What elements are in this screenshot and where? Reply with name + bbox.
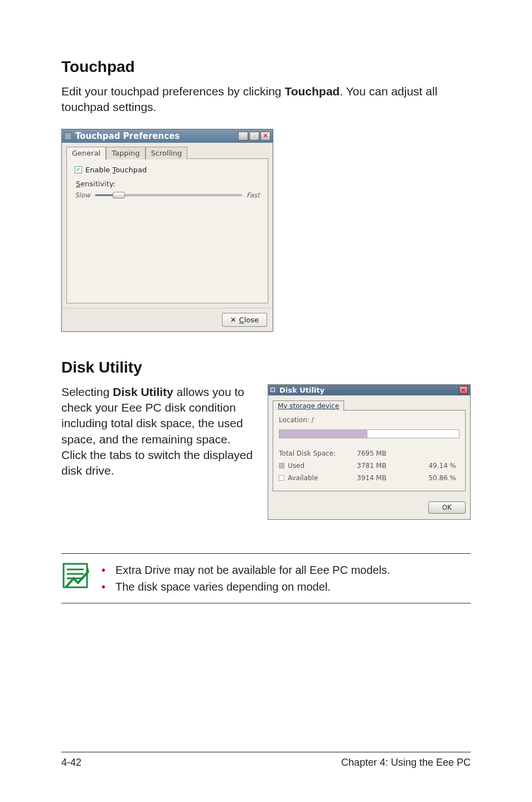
du-usage-used: [279, 430, 367, 438]
tab-my-storage-device[interactable]: My storage device: [273, 400, 344, 411]
note-box: •Extra Drive may not be available for al…: [61, 553, 471, 603]
du-usage-bar: [279, 429, 460, 438]
du-used-value: 3781 MB: [357, 462, 413, 470]
touchpad-preferences-window: Touchpad Preferences – ▢ ✕ General Tappi…: [61, 129, 273, 332]
close-ul: C: [239, 316, 244, 324]
minimize-button[interactable]: –: [238, 132, 248, 141]
maximize-button[interactable]: ▢: [249, 132, 259, 141]
note-list: •Extra Drive may not be available for al…: [101, 562, 390, 595]
du-total-value: 7695 MB: [357, 450, 413, 457]
enable-touchpad-checkbox[interactable]: ✓: [75, 166, 82, 173]
window-titlebar[interactable]: Touchpad Preferences – ▢ ✕: [62, 129, 273, 143]
tab-scrolling[interactable]: Scrolling: [146, 147, 188, 160]
note-item-2: •The disk space varies depending on mode…: [101, 578, 390, 595]
du-total-label: Total Disk Space:: [279, 450, 336, 457]
close-icon: ✕: [230, 316, 236, 324]
tab-general[interactable]: General: [66, 147, 106, 160]
sensitivity-slider[interactable]: [95, 194, 242, 196]
para-touchpad-a: Edit your touchpad preferences by clicki…: [61, 85, 284, 98]
du-available-pct: 50.86 %: [413, 474, 460, 482]
sensitivity-post: ensitivity:: [80, 180, 115, 188]
sensitivity-label: Sensitivity:: [76, 180, 260, 188]
du-row-total: Total Disk Space: 7695 MB: [279, 447, 460, 460]
heading-disk-utility: Disk Utility: [61, 359, 471, 376]
window-title: Touchpad Preferences: [75, 131, 180, 141]
du-used-pct: 49.14 %: [413, 462, 460, 470]
du-available-label: Available: [288, 474, 318, 482]
para-du-bold: Disk Utility: [113, 385, 173, 398]
slider-thumb[interactable]: [113, 192, 125, 199]
du-pane: Location: / Total Disk Space: 7695 MB Us…: [273, 410, 466, 491]
du-row-available: Available 3914 MB 50.86 %: [279, 472, 460, 484]
window-app-icon: [64, 132, 72, 140]
tab-tapping[interactable]: Tapping: [106, 147, 145, 160]
enable-touchpad-post: ouchpad: [115, 166, 147, 174]
close-button[interactable]: ✕: [260, 132, 270, 141]
note-text-1: Extra Drive may not be available for all…: [115, 562, 390, 578]
du-titlebar[interactable]: Disk Utility ✕: [268, 385, 470, 395]
bullet-icon: •: [101, 562, 105, 578]
touchpad-tabs: General Tapping Scrolling: [66, 146, 268, 159]
close-post: lose: [244, 316, 259, 324]
heading-touchpad: Touchpad: [61, 58, 471, 76]
note-item-1: •Extra Drive may not be available for al…: [101, 562, 390, 578]
page-number: 4-42: [61, 757, 81, 769]
enable-touchpad-label: Enable Touchpad: [85, 166, 147, 174]
slider-slow-label: Slow: [75, 191, 90, 199]
note-text-2: The disk space varies depending on model…: [115, 578, 331, 595]
page-footer: 4-42 Chapter 4: Using the Eee PC: [61, 752, 471, 769]
disk-utility-window: Disk Utility ✕ My storage device Locatio…: [268, 384, 471, 520]
tab-general-pane: ✓ Enable Touchpad Sensitivity: Slow Fast: [66, 158, 268, 303]
note-icon: [61, 562, 89, 592]
du-ok-button[interactable]: OK: [428, 501, 466, 514]
du-title-icon: [270, 388, 275, 392]
para-touchpad: Edit your touchpad preferences by clicki…: [61, 84, 471, 115]
para-disk-utility: Selecting Disk Utility allows you to che…: [61, 384, 258, 479]
chapter-label: Chapter 4: Using the Eee PC: [341, 757, 471, 769]
du-row-used: Used 3781 MB 49.14 %: [279, 460, 460, 472]
du-location: Location: /: [279, 416, 460, 424]
para-touchpad-bold: Touchpad: [284, 85, 340, 98]
du-title: Disk Utility: [277, 386, 459, 394]
enable-touchpad-pre: Enable: [85, 166, 112, 174]
du-close-button[interactable]: ✕: [459, 386, 468, 394]
para-du-b: allows you to check your Eee PC disk con…: [61, 385, 253, 477]
bullet-icon: •: [101, 578, 105, 595]
slider-fast-label: Fast: [246, 191, 260, 199]
close-label: Close: [239, 316, 259, 324]
du-used-label: Used: [288, 462, 304, 470]
du-available-value: 3914 MB: [357, 474, 413, 482]
close-dialog-button[interactable]: ✕ Close: [222, 313, 267, 327]
para-du-a: Selecting: [61, 385, 113, 398]
swatch-available-icon: [279, 475, 284, 481]
swatch-used-icon: [279, 463, 284, 468]
